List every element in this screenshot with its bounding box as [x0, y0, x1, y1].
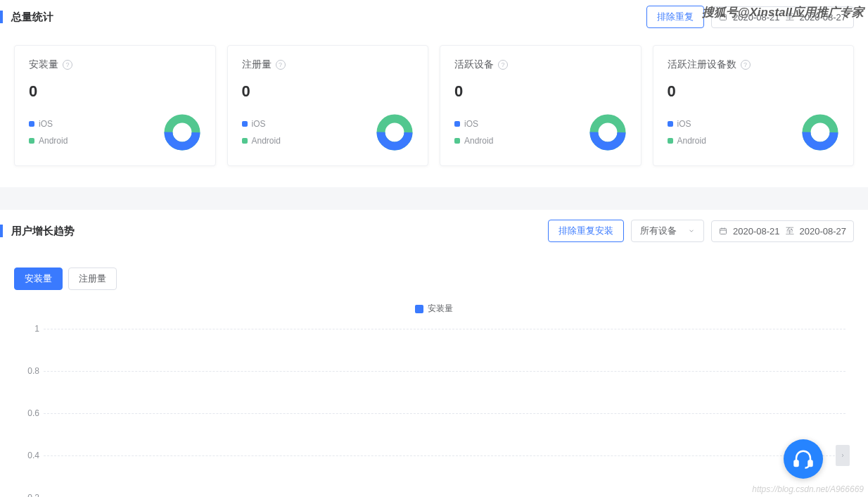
exclude-duplicates-button[interactable]: 排除重复 — [646, 6, 704, 28]
card-title: 安装量 — [29, 58, 58, 71]
totals-cards-row: 安装量 ? 0 iOS Android 注册量 ? 0 iOS Android … — [0, 34, 868, 187]
dot-icon — [454, 121, 460, 127]
help-icon[interactable]: ? — [63, 60, 72, 70]
section-gap — [0, 187, 868, 210]
donut-chart-icon — [376, 113, 414, 151]
card-value: 0 — [454, 82, 627, 101]
chevron-right-icon — [840, 452, 845, 459]
grid-line — [44, 455, 845, 456]
date-to: 2020-08-27 — [800, 226, 847, 237]
card-value: 0 — [242, 82, 414, 101]
y-tick: 0.4 — [27, 451, 39, 460]
dot-icon — [29, 121, 34, 127]
dot-icon — [242, 121, 248, 127]
legend-ios: iOS — [29, 119, 68, 129]
card-title: 活跃设备 — [454, 58, 494, 71]
card-install: 安装量 ? 0 iOS Android — [14, 45, 216, 166]
legend-android: Android — [454, 136, 493, 146]
donut-chart-icon — [589, 113, 627, 151]
trend-section: 安装量 注册量 安装量 1 0.8 0.6 0.4 0.2 — [0, 252, 868, 497]
grid-line — [44, 371, 845, 372]
legend-android: Android — [29, 136, 68, 146]
card-register: 注册量 ? 0 iOS Android — [227, 45, 429, 166]
chart-legend-label: 安装量 — [428, 303, 453, 315]
chart-area: 1 0.8 0.6 0.4 0.2 — [0, 329, 868, 497]
title-accent-bar — [0, 225, 3, 237]
headset-icon — [793, 448, 814, 470]
tab-install[interactable]: 安装量 — [14, 268, 63, 290]
y-axis: 1 0.8 0.6 0.4 0.2 — [23, 329, 44, 497]
chart-legend: 安装量 — [0, 303, 868, 315]
legend-android: Android — [242, 136, 281, 146]
card-active-device: 活跃设备 ? 0 iOS Android — [440, 45, 642, 166]
device-select[interactable]: 所有设备 — [631, 220, 704, 242]
y-tick: 0.6 — [27, 408, 39, 418]
title-accent-bar — [0, 11, 3, 23]
dot-icon — [668, 121, 673, 127]
card-value: 0 — [29, 82, 201, 101]
legend-list: iOS Android — [29, 119, 68, 146]
svg-rect-9 — [720, 229, 727, 234]
y-tick: 0.2 — [27, 493, 39, 497]
watermark-bottom: https://blog.csdn.net/A966669 — [752, 484, 864, 494]
exclude-duplicate-install-button[interactable]: 排除重复安装 — [548, 220, 624, 242]
date-separator: 至 — [786, 225, 794, 237]
legend-ios: iOS — [454, 119, 493, 129]
grid-line — [44, 329, 845, 329]
pager-next-button[interactable] — [836, 445, 850, 466]
totals-title-wrap: 总量统计 — [0, 11, 53, 24]
dot-icon — [668, 138, 673, 144]
svg-rect-11 — [809, 461, 812, 467]
legend-ios: iOS — [668, 119, 706, 129]
metric-tabs: 安装量 注册量 — [0, 252, 868, 298]
totals-title: 总量统计 — [11, 11, 53, 24]
trend-date-range[interactable]: 2020-08-21 至 2020-08-27 — [711, 220, 854, 242]
legend-android: Android — [668, 136, 706, 146]
donut-chart-icon — [801, 113, 839, 151]
card-active-register-device: 活跃注册设备数 ? 0 iOS Android — [653, 45, 855, 166]
grid-line — [44, 413, 845, 414]
card-value: 0 — [668, 82, 840, 101]
help-icon[interactable]: ? — [498, 60, 508, 70]
device-select-value: 所有设备 — [640, 225, 677, 237]
customer-support-button[interactable] — [784, 439, 823, 479]
svg-rect-10 — [795, 461, 798, 467]
y-tick: 1 — [34, 324, 39, 334]
dot-icon — [242, 138, 248, 144]
chevron-down-icon — [688, 226, 695, 237]
calendar-icon — [719, 227, 727, 235]
legend-ios: iOS — [242, 119, 281, 129]
dot-icon — [454, 138, 460, 144]
trend-header: 用户增长趋势 排除重复安装 所有设备 2020-08-21 至 2020-08-… — [0, 210, 868, 252]
tab-register[interactable]: 注册量 — [68, 268, 117, 290]
card-title: 注册量 — [242, 58, 272, 71]
y-tick: 0.8 — [27, 366, 39, 376]
watermark-top: 搜狐号@Xinstall应用推广专家 — [702, 4, 864, 20]
dot-icon — [29, 138, 34, 144]
legend-square-icon — [415, 305, 423, 313]
donut-chart-icon — [163, 113, 201, 151]
trend-title: 用户增长趋势 — [11, 225, 75, 238]
help-icon[interactable]: ? — [741, 60, 751, 70]
date-from: 2020-08-21 — [733, 226, 780, 237]
help-icon[interactable]: ? — [276, 60, 286, 70]
card-title: 活跃注册设备数 — [668, 58, 736, 71]
